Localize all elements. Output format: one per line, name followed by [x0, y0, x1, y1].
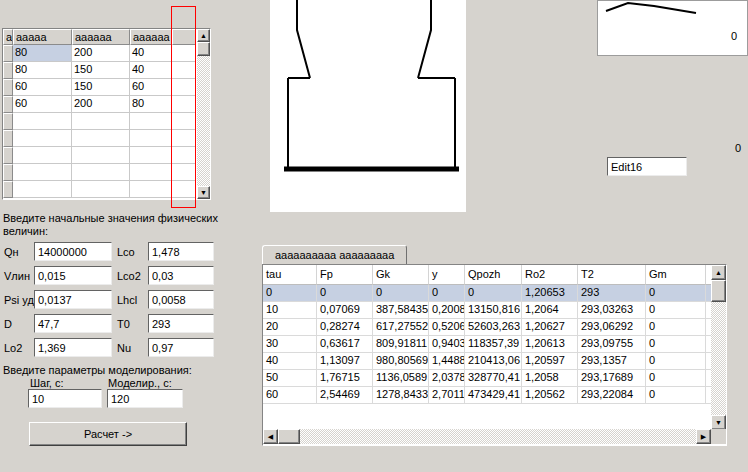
results-tab[interactable]: аааааааааа ааааааааа: [262, 245, 407, 265]
table-cell[interactable]: [72, 130, 130, 147]
table-cell[interactable]: 1,20613: [522, 336, 578, 353]
table-cell[interactable]: [13, 181, 72, 198]
table-row[interactable]: [3, 130, 197, 147]
table-cell[interactable]: 0: [646, 285, 706, 302]
table-cell[interactable]: 150: [72, 79, 130, 96]
table-cell[interactable]: 0: [429, 285, 465, 302]
table-cell[interactable]: 2,54469: [317, 387, 373, 404]
table-cell[interactable]: 0,07069: [317, 302, 373, 319]
table-cell[interactable]: 293,06292: [578, 319, 646, 336]
row-header-cell[interactable]: [3, 181, 13, 198]
scroll-up-button[interactable]: ▲: [711, 265, 726, 280]
duration-input[interactable]: [107, 389, 183, 408]
table-cell[interactable]: 0: [646, 319, 706, 336]
table-row[interactable]: [3, 147, 197, 164]
row-header-cell[interactable]: [3, 45, 13, 62]
table-cell[interactable]: 293,09755: [578, 336, 646, 353]
scroll-right-button[interactable]: ▶: [696, 429, 711, 444]
table-cell[interactable]: 0: [373, 285, 429, 302]
table-cell[interactable]: 0,52064: [429, 319, 465, 336]
scroll-left-button[interactable]: ◀: [263, 429, 278, 444]
table-cell[interactable]: 118357,39: [465, 336, 522, 353]
table-cell[interactable]: 1,20597: [522, 353, 578, 370]
table-cell[interactable]: 387,58435: [373, 302, 429, 319]
table-row[interactable]: 100,07069387,584350,200813150,8161,20642…: [263, 302, 711, 319]
table-cell[interactable]: 52603,263: [465, 319, 522, 336]
table-cell[interactable]: 0,94039: [429, 336, 465, 353]
table-row[interactable]: 602,544691278,84332,70114473429,411,2056…: [263, 387, 711, 404]
table-cell[interactable]: [72, 147, 130, 164]
table-row[interactable]: 501,767151136,05892,03787328770,411,2058…: [263, 370, 711, 387]
table-cell[interactable]: 0: [263, 285, 317, 302]
table-cell[interactable]: 1,20562: [522, 387, 578, 404]
table-cell[interactable]: 13150,816: [465, 302, 522, 319]
table-cell[interactable]: 50: [263, 370, 317, 387]
table-cell[interactable]: 80: [130, 96, 172, 113]
table-cell[interactable]: 293,1357: [578, 353, 646, 370]
table-cell[interactable]: [130, 164, 172, 181]
row-header-cell[interactable]: [3, 79, 13, 96]
table-cell[interactable]: [72, 164, 130, 181]
field-input-vlin[interactable]: [34, 266, 112, 285]
table-cell[interactable]: 0,63617: [317, 336, 373, 353]
table-cell[interactable]: 617,27552: [373, 319, 429, 336]
table-cell[interactable]: 40: [130, 62, 172, 79]
table-cell[interactable]: 150: [72, 62, 130, 79]
field-input-qn[interactable]: [34, 242, 112, 261]
table-cell[interactable]: 0,2008: [429, 302, 465, 319]
h-scrollbar[interactable]: ◀ ▶: [263, 429, 711, 444]
table-cell[interactable]: 60: [13, 96, 72, 113]
table-cell[interactable]: 2,70114: [429, 387, 465, 404]
table-row[interactable]: 6020080: [3, 96, 197, 113]
table-row[interactable]: 8020040: [3, 45, 197, 62]
field-input-t0[interactable]: [148, 314, 214, 333]
step-input[interactable]: [28, 389, 102, 408]
scroll-thumb[interactable]: [197, 42, 210, 56]
table-cell[interactable]: 293,22084: [578, 387, 646, 404]
table-cell[interactable]: 293,17689: [578, 370, 646, 387]
field-input-lco[interactable]: [148, 242, 214, 261]
table-cell[interactable]: 30: [263, 336, 317, 353]
table-cell[interactable]: 2,03787: [429, 370, 465, 387]
table-cell[interactable]: [13, 147, 72, 164]
table-cell[interactable]: 0: [646, 370, 706, 387]
table-cell[interactable]: 1,2058: [522, 370, 578, 387]
calc-button[interactable]: Расчет ->: [29, 422, 187, 446]
v-scrollbar[interactable]: ▲ ▼: [711, 265, 726, 430]
table-cell[interactable]: [72, 181, 130, 198]
table-row[interactable]: 401,13097980,805691,44882210413,061,2059…: [263, 353, 711, 370]
row-header-cell[interactable]: [3, 147, 13, 164]
table-cell[interactable]: 1,20627: [522, 319, 578, 336]
scroll-thumb[interactable]: [278, 429, 300, 444]
table-cell[interactable]: 0: [646, 387, 706, 404]
scroll-thumb[interactable]: [711, 280, 726, 302]
scroll-track[interactable]: [197, 56, 210, 186]
table-cell[interactable]: 200: [72, 96, 130, 113]
results-table-panel[interactable]: tauFpGkyQpozhRo2T2Gm 000001,206532930100…: [262, 264, 727, 446]
table-row[interactable]: 000001,206532930: [263, 285, 711, 302]
table-cell[interactable]: 60: [130, 79, 172, 96]
table-cell[interactable]: 0: [317, 285, 373, 302]
table-row[interactable]: 200,28274617,275520,5206452603,2631,2062…: [263, 319, 711, 336]
table-cell[interactable]: 473429,41: [465, 387, 522, 404]
table-cell[interactable]: [130, 181, 172, 198]
table-cell[interactable]: 1,20653: [522, 285, 578, 302]
table-cell[interactable]: [13, 130, 72, 147]
table-cell[interactable]: 1136,0589: [373, 370, 429, 387]
edit16-field[interactable]: [607, 157, 687, 176]
table-row[interactable]: [3, 164, 197, 181]
table-cell[interactable]: 10: [263, 302, 317, 319]
scroll-down-button[interactable]: ▼: [197, 186, 210, 199]
table-cell[interactable]: 80: [13, 62, 72, 79]
row-header-cell[interactable]: [3, 62, 13, 79]
v-scrollbar[interactable]: ▲ ▼: [197, 29, 210, 199]
table-cell[interactable]: 980,80569: [373, 353, 429, 370]
table-cell[interactable]: 40: [130, 45, 172, 62]
table-cell[interactable]: 0: [465, 285, 522, 302]
table-cell[interactable]: 1,2064: [522, 302, 578, 319]
table-cell[interactable]: [72, 113, 130, 130]
table-row[interactable]: 8015040: [3, 62, 197, 79]
table-cell[interactable]: 293,03263: [578, 302, 646, 319]
table-cell[interactable]: 0: [646, 302, 706, 319]
scroll-track[interactable]: [300, 429, 696, 444]
